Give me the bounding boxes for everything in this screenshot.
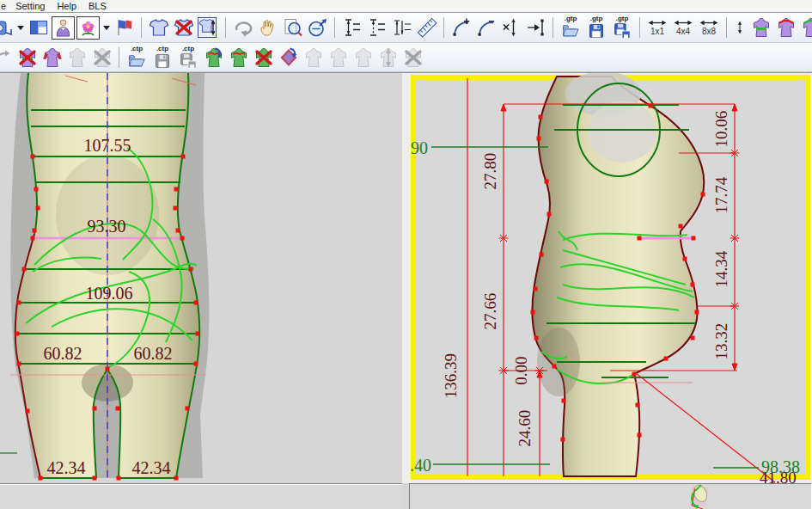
red-length-label: 41.80 [760,469,797,483]
body-apply-arrow-icon[interactable] [202,45,225,70]
calf-right-measurement: 42.34 [132,458,171,477]
segment-2-measurement: 17.74 [712,176,730,213]
toolbar-separator [334,17,335,38]
height-arrow-icon[interactable] [732,15,748,40]
body-arms-icon[interactable] [40,45,64,70]
workspace: 107.55 93.30 109.06 60.82 60.82 42.34 42… [0,72,812,509]
body-waistband-icon[interactable] [749,15,772,40]
body-disabled-delete-icon[interactable] [90,45,113,70]
body-green-delete-icon[interactable] [252,45,275,70]
body-green-icon[interactable] [227,45,250,70]
toolbar-separator [119,47,119,68]
body-shoulder-red-icon[interactable] [774,15,797,40]
ctp-saveas-button[interactable]: .ctp [176,44,200,71]
pan-hand-icon[interactable] [256,15,279,40]
measure-tape-icon[interactable] [0,15,14,40]
waist-measurement: 93.30 [88,217,126,236]
total-height-measurement: 136.39 [442,353,460,398]
ref-top-label: 90 [411,138,428,157]
point-move-x-icon[interactable] [499,15,522,40]
grid-4x4-button[interactable]: 4x4 [671,14,695,41]
ruler-icon[interactable] [415,15,438,40]
grid-8x8-button[interactable]: 8x8 [697,14,721,41]
window-layout-icon[interactable] [27,15,50,40]
menu-item-partial[interactable]: e [0,1,9,11]
flower-dropdown-caret-icon[interactable] [101,15,111,40]
body-disabled-icon[interactable] [65,45,89,70]
dimension-vertical-icon[interactable] [340,15,363,40]
body-gray-arrows-icon[interactable] [376,45,400,70]
back-upper-measurement: 27.80 [481,153,499,190]
segment-3-measurement: 14.34 [712,250,730,287]
menu-item-bls[interactable]: BLS [82,1,113,11]
thigh-left-measurement: 60.82 [44,344,82,363]
toolbar-separator [141,17,142,38]
flag-icon[interactable] [113,15,136,40]
segment-4-measurement: 13.32 [712,323,730,360]
zero-measurement: 0.00 [512,356,530,384]
gtp-save-button[interactable]: .gtp [584,14,608,41]
toolbar-separator [443,17,444,38]
body-morph-arrow-icon[interactable] [277,45,300,70]
main-toolbar: .gtp .gtp .gtp 1x1 4x4 8x8 [0,13,812,43]
avatar-icon[interactable] [52,16,75,40]
segment-1-measurement: 10.06 [712,111,730,148]
calf-left-measurement: 42.34 [47,458,86,477]
toolbar-separator [726,17,727,38]
garment-icon[interactable] [147,15,170,40]
curve-remove-point-icon[interactable] [474,15,498,40]
front-view-viewport[interactable]: 107.55 93.30 109.06 60.82 60.82 42.34 42… [0,73,402,483]
lower-leg-measurement: 24.60 [516,410,534,447]
side-view-viewport[interactable]: 90 .40 98.38 27.80 136.39 27.66 0.00 24.… [409,73,812,483]
zoom-extents-icon[interactable] [306,15,329,40]
body-toolbar: .ctp .ctp .ctp [0,43,812,72]
chest-shading [588,101,656,163]
thigh-right-measurement: 60.82 [134,344,173,363]
gtp-open-button[interactable]: .gtp [559,14,583,41]
rotate-3d-icon[interactable] [231,15,254,40]
curve-add-point-icon[interactable] [449,15,473,40]
garment-delete-icon[interactable] [172,15,195,40]
back-lower-measurement: 27.66 [481,293,499,330]
flower-icon[interactable] [76,16,100,40]
point-align-icon[interactable] [524,15,547,40]
body-gray-2-icon[interactable] [327,45,350,70]
toolbar-separator [639,17,640,38]
tape-dropdown-caret-icon[interactable] [15,15,25,40]
dimension-vertical-dashed-icon[interactable] [365,15,388,40]
ctp-open-button[interactable]: .ctp [125,44,149,71]
side-view-footer [409,483,812,509]
gtp-saveas-button[interactable]: .gtp [610,14,634,41]
body-gray-1-icon[interactable] [302,45,325,70]
front-view-footer [0,483,402,509]
zoom-window-icon[interactable] [281,15,304,40]
body-gray-delete-icon[interactable] [401,45,424,70]
body-shoulder-green-icon[interactable] [799,15,812,40]
toolbar-separator [553,17,553,38]
menu-item-setting[interactable]: Setting [9,1,51,11]
body-clear-icon[interactable] [15,45,39,70]
menu-bar: e Setting Help BLS [0,0,812,13]
undo-arc-icon[interactable] [0,45,14,70]
front-body-canvas: 107.55 93.30 109.06 60.82 60.82 42.34 42… [0,73,402,483]
garment-measure-icon[interactable] [197,15,220,40]
ctp-save-button[interactable]: .ctp [150,44,174,71]
grid-1x1-button[interactable]: 1x1 [645,14,669,41]
side-body-canvas: 90 .40 98.38 27.80 136.39 27.66 0.00 24.… [409,73,812,483]
dimension-double-icon[interactable] [390,15,413,40]
toolbar-separator [225,17,226,38]
ref-bottom-label: .40 [410,456,431,475]
mini-figure-icon[interactable] [683,484,714,509]
body-gray-3-icon[interactable] [351,45,375,70]
hip-measurement: 109.06 [86,284,133,303]
chest-measurement: 107.55 [84,136,131,155]
menu-item-help[interactable]: Help [51,1,82,11]
